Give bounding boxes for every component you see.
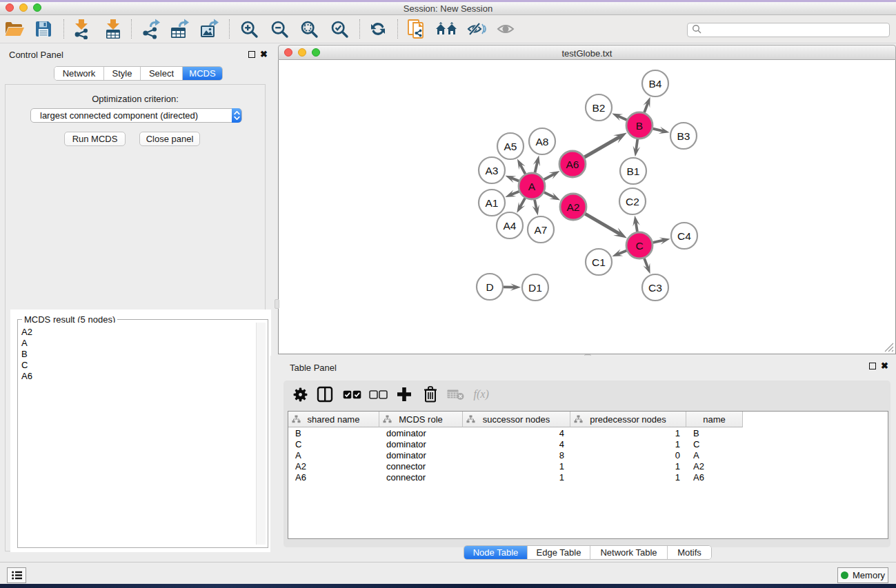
zoom-in-icon[interactable]	[237, 15, 261, 43]
import-network-icon[interactable]	[69, 15, 94, 43]
column-header-predecessor-nodes[interactable]: predecessor nodes	[570, 412, 686, 427]
table-row-A6[interactable]: A6connector11A6	[288, 472, 888, 483]
edge-A-A8[interactable]	[533, 155, 540, 172]
edge-B-B1[interactable]	[633, 139, 640, 156]
node-C3[interactable]: C3	[642, 274, 668, 301]
node-table[interactable]: shared name MCDS role successor nodes pr…	[288, 411, 888, 539]
search-input[interactable]	[687, 23, 890, 37]
node-C2[interactable]: C2	[619, 188, 646, 214]
export-network-icon[interactable]	[138, 15, 163, 43]
window-resize-grip-icon[interactable]	[883, 342, 894, 352]
show-all-networks-icon[interactable]	[434, 15, 459, 43]
edge-C-C2[interactable]	[633, 216, 639, 232]
node-C[interactable]: C	[626, 232, 653, 258]
select-all-columns-icon[interactable]	[342, 381, 361, 408]
float-panel-icon[interactable]	[248, 51, 255, 58]
edge-A-A3[interactable]	[506, 176, 519, 183]
edge-B-B4[interactable]	[643, 97, 650, 113]
node-B3[interactable]: B3	[670, 123, 697, 149]
edge-A-A1[interactable]	[505, 190, 519, 197]
memory-button[interactable]: Memory	[837, 567, 888, 583]
splitter-knob-icon[interactable]	[275, 299, 279, 309]
open-file-icon[interactable]	[2, 15, 27, 43]
zoom-out-icon[interactable]	[267, 15, 292, 43]
tab-mcds[interactable]: MCDS	[183, 67, 222, 80]
column-header-shared-name[interactable]: shared name	[288, 412, 379, 427]
export-image-icon[interactable]	[197, 15, 221, 43]
mcds-result-item[interactable]: A	[20, 338, 266, 349]
tab-network[interactable]: Network	[54, 67, 104, 80]
tab-select[interactable]: Select	[141, 67, 183, 80]
tab-motifs[interactable]: Motifs	[668, 546, 711, 559]
float-panel-icon[interactable]	[869, 363, 876, 369]
table-row-B[interactable]: Bdominator41B	[288, 428, 888, 439]
new-network-from-selection-icon[interactable]	[404, 15, 429, 43]
node-A5[interactable]: A5	[497, 133, 524, 159]
tab-network-table[interactable]: Network Table	[590, 546, 668, 559]
node-A1[interactable]: A1	[479, 190, 505, 216]
edge-A-A4[interactable]	[517, 198, 525, 212]
edge-B-B2[interactable]	[612, 113, 626, 121]
edge-C-C1[interactable]	[612, 250, 626, 257]
close-window-button[interactable]	[6, 3, 14, 12]
table-options-icon[interactable]	[290, 381, 310, 408]
node-A3[interactable]: A3	[479, 157, 505, 183]
mcds-result-item[interactable]: A6	[20, 371, 266, 382]
node-B2[interactable]: B2	[586, 94, 612, 121]
edge-A-A6[interactable]	[544, 171, 560, 179]
column-header-successor-nodes[interactable]: successor nodes	[463, 412, 570, 427]
close-panel-icon[interactable]: ✖	[260, 51, 268, 58]
hide-selected-icon[interactable]	[464, 15, 489, 43]
table-row-A2[interactable]: A2connector11A2	[288, 461, 888, 472]
mcds-result-item[interactable]: A2	[20, 327, 266, 338]
column-header-MCDS-role[interactable]: MCDS role	[379, 412, 463, 427]
node-A4[interactable]: A4	[497, 212, 523, 239]
node-A[interactable]: A	[519, 173, 545, 199]
tab-node-table[interactable]: Node Table	[464, 546, 528, 559]
run-mcds-button[interactable]: Run MCDS	[64, 132, 126, 146]
node-D[interactable]: D	[477, 274, 503, 300]
show-panels-list-button[interactable]	[7, 567, 26, 583]
node-C4[interactable]: C4	[671, 223, 697, 249]
minimize-window-button[interactable]	[19, 3, 28, 12]
tab-style[interactable]: Style	[104, 67, 141, 80]
node-A2[interactable]: A2	[560, 194, 586, 220]
column-header-name[interactable]: name	[686, 412, 743, 427]
edge-C-C4[interactable]	[653, 237, 670, 244]
zoom-selected-icon[interactable]	[327, 15, 352, 43]
unselect-all-columns-icon[interactable]	[368, 381, 388, 408]
network-window-titlebar[interactable]: testGlobe.txt	[278, 45, 896, 60]
save-session-icon[interactable]	[31, 15, 56, 43]
mcds-result-list[interactable]: A2ABCA6	[20, 323, 266, 545]
node-A7[interactable]: A7	[528, 216, 554, 243]
show-column-icon[interactable]	[315, 381, 335, 408]
node-C1[interactable]: C1	[586, 249, 612, 275]
edge-D-D1[interactable]	[504, 283, 521, 290]
network-canvas[interactable]: B4B2BB3A5A8A6A3B1AA1A2C2A4A7C4CC1C3DD1	[278, 60, 896, 354]
export-table-icon[interactable]	[167, 15, 192, 43]
node-A8[interactable]: A8	[529, 128, 555, 154]
zoom-window-button[interactable]	[33, 3, 41, 12]
edge-A-A5[interactable]	[517, 159, 526, 174]
zoom-fit-icon[interactable]	[297, 15, 321, 43]
mcds-result-item[interactable]: C	[20, 360, 266, 371]
edge-A-A7[interactable]	[532, 200, 539, 216]
create-column-icon[interactable]	[395, 381, 414, 408]
node-A6[interactable]: A6	[559, 151, 586, 177]
table-row-A[interactable]: Adominator80A	[288, 450, 888, 461]
node-B4[interactable]: B4	[642, 70, 668, 97]
edge-C-C3[interactable]	[643, 258, 650, 274]
table-row-C[interactable]: Cdominator41C	[288, 439, 888, 450]
close-panel-icon[interactable]: ✖	[881, 363, 888, 369]
edge-A6-B[interactable]	[584, 132, 626, 157]
mcds-result-item[interactable]: B	[20, 349, 266, 360]
refresh-icon[interactable]	[366, 15, 390, 43]
edge-A-A2[interactable]	[544, 192, 560, 201]
result-list-scrollbar[interactable]	[256, 323, 266, 545]
import-table-icon[interactable]	[101, 15, 126, 43]
node-B[interactable]: B	[626, 112, 653, 139]
close-panel-button[interactable]: Close panel	[139, 132, 200, 146]
node-D1[interactable]: D1	[522, 274, 548, 301]
edge-B-B3[interactable]	[653, 127, 669, 134]
criterion-dropdown[interactable]: largest connected component (directed)	[30, 108, 242, 123]
